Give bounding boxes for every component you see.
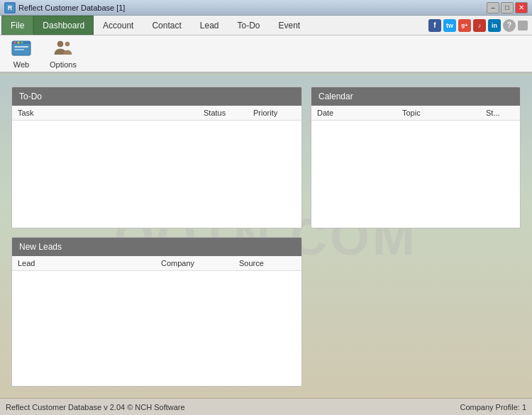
- calendar-columns: Date Topic St...: [311, 106, 520, 121]
- todo-panel: To-Do Task Status Priority: [11, 87, 302, 228]
- left-column: To-Do Task Status Priority New Leads Lea…: [11, 87, 302, 387]
- menu-tab-file[interactable]: File: [1, 16, 33, 35]
- status-version: Reflect Customer Database v 2.04 © NCH S…: [6, 403, 185, 411]
- window-controls: – □ ✕: [487, 2, 528, 13]
- options-button[interactable]: Options: [45, 36, 81, 72]
- options-icon: [52, 39, 74, 59]
- leads-table: [12, 271, 301, 386]
- title-bar-left: R Reflect Customer Database [1]: [4, 2, 125, 13]
- svg-rect-7: [14, 46, 28, 48]
- menu-tab-dashboard[interactable]: Dashboard: [33, 16, 94, 35]
- leads-columns: Lead Company Source: [12, 256, 301, 271]
- leads-header: New Leads: [12, 238, 301, 256]
- linkedin-icon[interactable]: in: [488, 19, 501, 32]
- todo-table: [12, 121, 301, 228]
- svg-rect-8: [14, 49, 24, 50]
- web-icon: [10, 39, 33, 59]
- todo-header: To-Do: [12, 87, 301, 106]
- todo-status-column: Status: [204, 109, 253, 117]
- menu-tabs: File Dashboard Account Contact Lead To-D…: [1, 16, 309, 35]
- menu-tab-event[interactable]: Event: [270, 16, 310, 35]
- menu-tab-account[interactable]: Account: [94, 16, 143, 35]
- svg-point-5: [18, 41, 20, 43]
- svg-point-6: [21, 41, 23, 43]
- leads-panel: New Leads Lead Company Source: [11, 237, 302, 387]
- todo-priority-column: Priority: [253, 109, 296, 117]
- minimize-button[interactable]: –: [487, 2, 499, 13]
- svg-text:R: R: [8, 4, 13, 11]
- menu-tab-lead[interactable]: Lead: [191, 16, 228, 35]
- right-column: Calendar Date Topic St...: [311, 87, 521, 387]
- leads-company-column: Company: [161, 259, 239, 267]
- dropdown-icon[interactable]: [518, 21, 528, 31]
- facebook-icon[interactable]: f: [428, 19, 441, 32]
- help-icon[interactable]: ?: [503, 19, 516, 32]
- app-icon: R: [4, 2, 16, 13]
- web-label: Web: [13, 60, 29, 69]
- svg-point-9: [57, 41, 63, 47]
- todo-columns: Task Status Priority: [12, 106, 301, 121]
- main-area: QQTN.COM To-Do Task Status Priority New …: [0, 75, 532, 398]
- leads-lead-column: Lead: [18, 259, 161, 267]
- calendar-table: [311, 121, 520, 228]
- twitter-icon[interactable]: tw: [443, 19, 456, 32]
- title-bar: R Reflect Customer Database [1] – □ ✕: [0, 0, 532, 16]
- svg-point-10: [65, 42, 70, 46]
- social-icons: f tw g+ ♪ in ?: [428, 19, 531, 32]
- dashboard-content: To-Do Task Status Priority New Leads Lea…: [11, 87, 521, 387]
- calendar-header: Calendar: [311, 87, 520, 106]
- menu-tab-contact[interactable]: Contact: [143, 16, 190, 35]
- calendar-status-column: St...: [486, 109, 514, 117]
- toolbar: Web Options: [0, 35, 532, 72]
- window-title: Reflect Customer Database [1]: [18, 4, 125, 12]
- todo-task-column: Task: [18, 109, 204, 117]
- googleplus-icon[interactable]: g+: [458, 19, 471, 32]
- svg-point-4: [14, 41, 16, 43]
- calendar-panel: Calendar Date Topic St...: [311, 87, 521, 228]
- status-bar: Reflect Customer Database v 2.04 © NCH S…: [0, 398, 532, 415]
- status-profile: Company Profile: 1: [460, 403, 526, 411]
- menu-tab-todo[interactable]: To-Do: [228, 16, 269, 35]
- leads-source-column: Source: [239, 259, 296, 267]
- options-label: Options: [50, 60, 77, 69]
- calendar-date-column: Date: [317, 109, 402, 117]
- menu-bar: File Dashboard Account Contact Lead To-D…: [0, 16, 532, 35]
- music-icon[interactable]: ♪: [473, 19, 486, 32]
- calendar-topic-column: Topic: [402, 109, 486, 117]
- web-button[interactable]: Web: [6, 36, 37, 72]
- close-button[interactable]: ✕: [515, 2, 528, 13]
- maximize-button[interactable]: □: [501, 2, 514, 13]
